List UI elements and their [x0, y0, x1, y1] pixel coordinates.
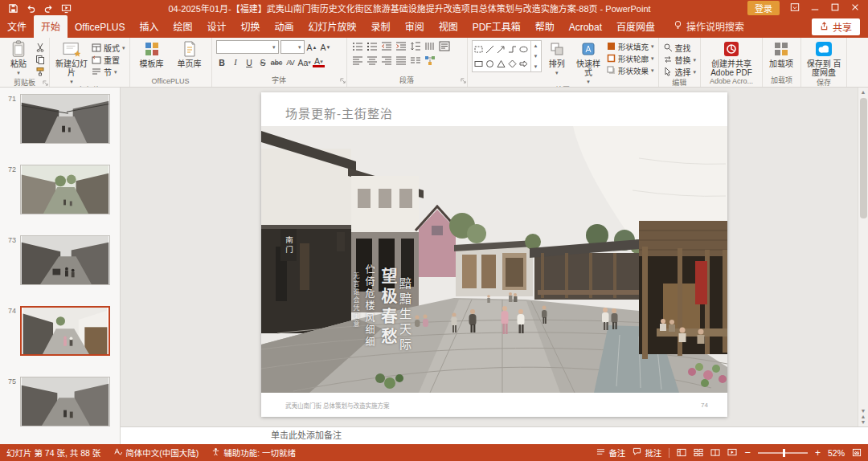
template-library-button[interactable]: 模板库: [134, 40, 170, 68]
slide-title[interactable]: 场景更新-主街整治: [261, 92, 727, 126]
bullets-icon[interactable]: [351, 40, 364, 52]
zoom-slider[interactable]: [758, 452, 808, 454]
character-spacing-button[interactable]: AV: [285, 56, 297, 68]
reading-view-button[interactable]: [710, 448, 720, 457]
text-shadow-button[interactable]: S: [257, 56, 269, 68]
tab-acrobat[interactable]: Acrobat: [562, 18, 609, 38]
copy-button[interactable]: [35, 54, 45, 65]
tab-insert[interactable]: 插入: [133, 15, 166, 38]
decrease-font-size-button[interactable]: A▼: [320, 41, 332, 53]
addins-button[interactable]: 加载项: [767, 40, 796, 68]
layout-button[interactable]: 版式▾: [92, 42, 125, 53]
replace-button[interactable]: 替换▾: [663, 54, 697, 65]
start-slideshow-icon[interactable]: [61, 3, 72, 14]
fit-slide-to-window-button[interactable]: [852, 448, 862, 457]
tab-baidu[interactable]: 百度网盘: [609, 15, 662, 38]
single-page-library-button[interactable]: 单页库: [172, 40, 207, 68]
previous-slide-icon[interactable]: ▲: [861, 414, 866, 419]
save-to-baidu-button[interactable]: 保存到 百度网盘: [805, 40, 842, 77]
slide-canvas[interactable]: 场景更新-主街整治: [121, 88, 868, 426]
tab-slideshow[interactable]: 幻灯片放映: [301, 15, 364, 38]
redo-icon[interactable]: [43, 3, 54, 14]
zoom-in-button[interactable]: +: [815, 447, 821, 459]
tell-me-search[interactable]: 操作说明搜索: [674, 19, 744, 38]
thumbnail-slide-72[interactable]: 72: [0, 165, 120, 214]
zoom-out-button[interactable]: −: [744, 447, 751, 459]
line-spacing-icon[interactable]: [409, 40, 422, 52]
italic-button[interactable]: I: [230, 56, 242, 68]
reset-button[interactable]: 重置: [92, 54, 125, 65]
slide-74[interactable]: 场景更新-主街整治: [261, 92, 727, 417]
justify-icon[interactable]: [395, 55, 407, 67]
scrollbar-thumb[interactable]: [860, 98, 867, 218]
strikethrough-button[interactable]: abc: [271, 56, 283, 68]
language-indicator[interactable]: 简体中文(中国大陆): [113, 447, 199, 459]
dialog-launcher-icon[interactable]: [461, 77, 466, 85]
close-icon[interactable]: [850, 2, 860, 14]
tab-animations[interactable]: 动画: [268, 15, 301, 38]
paste-button[interactable]: 粘贴 ▾: [4, 40, 33, 75]
align-right-icon[interactable]: [380, 55, 393, 67]
cut-button[interactable]: [35, 42, 45, 53]
change-case-button[interactable]: Aa▾: [298, 56, 311, 68]
convert-to-smartart-icon[interactable]: [424, 55, 436, 67]
font-size-select[interactable]: ▾: [280, 40, 305, 54]
tab-transitions[interactable]: 切换: [234, 15, 268, 38]
section-button[interactable]: 节▾: [92, 66, 125, 77]
tab-home[interactable]: 开始: [34, 15, 68, 38]
notes-toggle[interactable]: 备注: [596, 447, 625, 459]
dialog-launcher-icon[interactable]: [43, 80, 48, 88]
bold-button[interactable]: B: [216, 56, 228, 68]
tab-review[interactable]: 审阅: [398, 15, 432, 38]
align-left-icon[interactable]: [351, 55, 364, 67]
slide-sorter-view-button[interactable]: [694, 448, 703, 457]
underline-button[interactable]: U: [244, 56, 256, 68]
tab-officeplus[interactable]: OfficePLUS: [68, 18, 132, 38]
tab-draw[interactable]: 绘图: [166, 15, 200, 38]
shape-outline-button[interactable]: 形状轮廓▾: [607, 53, 654, 63]
zoom-level[interactable]: 52%: [828, 448, 845, 458]
thumbnail-slide-75[interactable]: 75: [0, 377, 120, 426]
normal-view-button[interactable]: [677, 448, 686, 457]
notes-pane[interactable]: 单击此处添加备注: [121, 426, 868, 444]
shapes-gallery[interactable]: ▲▼▼: [472, 40, 542, 72]
minimize-icon[interactable]: [810, 2, 820, 14]
ribbon-display-options-icon[interactable]: [790, 2, 800, 14]
increase-font-size-button[interactable]: A▲: [306, 41, 318, 53]
new-slide-button[interactable]: 新建幻灯片 ▾: [54, 40, 89, 84]
numbering-icon[interactable]: [366, 40, 379, 52]
shape-effects-button[interactable]: 形状效果▾: [607, 65, 654, 75]
zoom-slider-knob[interactable]: [783, 449, 785, 457]
find-button[interactable]: 查找: [663, 42, 697, 53]
columns-icon[interactable]: [409, 55, 422, 67]
tab-help[interactable]: 帮助: [528, 15, 562, 38]
shapes-gallery-scroll[interactable]: ▲▼▼: [530, 41, 541, 71]
increase-indent-icon[interactable]: [395, 40, 407, 52]
scroll-up-icon[interactable]: ▲: [861, 89, 866, 95]
create-share-adobe-pdf-button[interactable]: 创建并共享 Adobe PDF: [705, 40, 758, 77]
thumbnail-slide-74-selected[interactable]: 74: [0, 306, 120, 356]
maximize-icon[interactable]: [830, 2, 840, 14]
scroll-down-icon[interactable]: ▼: [861, 408, 866, 414]
font-name-select[interactable]: ▾: [216, 40, 279, 54]
tab-design[interactable]: 设计: [200, 15, 234, 38]
thumbnail-slide-71[interactable]: 71: [0, 94, 120, 144]
format-painter-button[interactable]: [35, 66, 45, 77]
thumbnail-slide-73[interactable]: 73: [0, 235, 120, 285]
slide-main-image[interactable]: 南门 无言谁会凭阑意 伫倚危楼风细细 望极春愁 黯黯生天际: [261, 126, 727, 393]
select-button[interactable]: 选择▾: [663, 66, 697, 77]
text-direction-icon[interactable]: [424, 40, 436, 52]
align-text-icon[interactable]: [438, 40, 451, 52]
share-button[interactable]: 共享: [812, 18, 860, 35]
accessibility-status[interactable]: 辅助功能: 一切就绪: [211, 447, 296, 459]
tab-view[interactable]: 视图: [432, 15, 465, 38]
shape-fill-button[interactable]: 形状填充▾: [607, 41, 654, 51]
slide-counter[interactable]: 幻灯片 第 74 张, 共 88 张: [6, 447, 100, 459]
slideshow-view-button[interactable]: [727, 448, 737, 457]
vertical-scrollbar[interactable]: ▲ ▼ ▲ ▼: [858, 88, 868, 426]
next-slide-icon[interactable]: ▼: [861, 419, 866, 425]
font-color-button[interactable]: A▾: [313, 57, 325, 67]
sign-in-button[interactable]: 登录: [747, 1, 780, 15]
comments-toggle[interactable]: 批注: [633, 447, 661, 459]
quick-styles-button[interactable]: 快速样式 ▾: [572, 40, 604, 84]
